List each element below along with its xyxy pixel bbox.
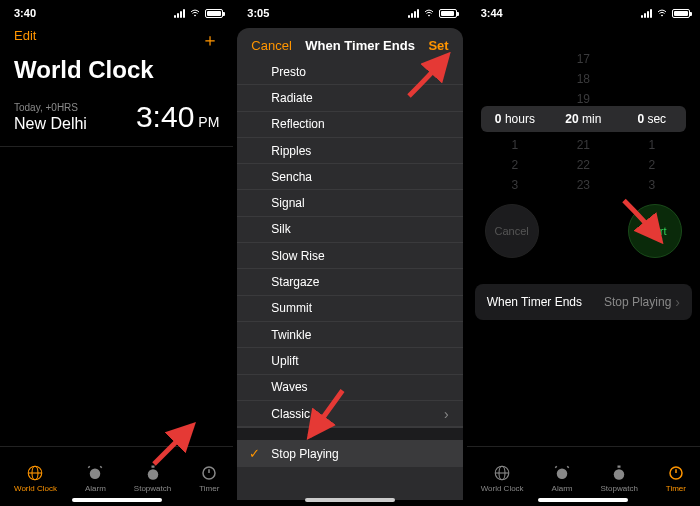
clock-time: 3:40PM [136, 100, 219, 134]
svg-point-4 [147, 469, 158, 480]
alarm-icon [86, 464, 104, 482]
globe-icon [26, 464, 44, 482]
sound-option[interactable]: Twinkle [237, 322, 462, 348]
screenshot-timer: 3:44 1 2 3 17 18 19 21 22 23 1 [467, 0, 700, 506]
sound-option[interactable]: Summit [237, 296, 462, 322]
tab-bar: World Clock Alarm Stopwatch Timer [0, 446, 233, 506]
ends-label: When Timer Ends [487, 295, 582, 309]
status-bar: 3:05 [233, 0, 466, 22]
svg-point-12 [614, 469, 625, 480]
tab-alarm[interactable]: Alarm [85, 464, 106, 493]
home-indicator[interactable] [305, 498, 395, 502]
status-right [408, 7, 457, 19]
status-right [641, 7, 690, 19]
sound-option[interactable]: Slow Rise [237, 243, 462, 269]
home-indicator[interactable] [72, 498, 162, 502]
signal-icon [174, 9, 185, 18]
svg-rect-5 [151, 466, 154, 468]
battery-icon [439, 9, 457, 18]
status-time: 3:44 [481, 7, 503, 19]
signal-icon [408, 9, 419, 18]
cancel-button[interactable]: Cancel [251, 38, 291, 53]
sound-option[interactable]: Radiate [237, 85, 462, 111]
tab-stopwatch[interactable]: Stopwatch [600, 464, 637, 493]
svg-point-3 [90, 469, 101, 480]
sound-option[interactable]: Waves [237, 375, 462, 401]
globe-icon [493, 464, 511, 482]
wifi-icon [423, 7, 435, 19]
sound-option[interactable]: Ripples [237, 138, 462, 164]
status-bar: 3:44 [467, 0, 700, 22]
sec-value: 0 sec [618, 112, 686, 126]
sound-option[interactable]: Sencha [237, 164, 462, 190]
world-clock-row[interactable]: Today, +0HRS New Delhi 3:40PM [0, 94, 233, 147]
add-clock-button[interactable]: ＋ [201, 28, 219, 52]
battery-icon [205, 9, 223, 18]
svg-point-0 [195, 15, 196, 16]
stopwatch-icon [144, 464, 162, 482]
tab-world-clock[interactable]: World Clock [481, 464, 524, 493]
min-value: 20 min [549, 112, 617, 126]
tab-world-clock[interactable]: World Clock [14, 464, 57, 493]
svg-point-11 [557, 469, 568, 480]
screenshot-timer-sound-picker: 3:05 Cancel When Timer Ends Set Presto R… [233, 0, 466, 506]
status-time: 3:40 [14, 7, 36, 19]
sound-option[interactable]: Signal [237, 190, 462, 216]
svg-point-8 [661, 15, 662, 16]
sound-option[interactable]: Stargaze [237, 269, 462, 295]
clock-city: New Delhi [14, 115, 87, 133]
signal-icon [641, 9, 652, 18]
sound-option[interactable]: Uplift [237, 348, 462, 374]
alarm-icon [553, 464, 571, 482]
sound-picker-sheet: Cancel When Timer Ends Set Presto Radiat… [237, 28, 462, 500]
sound-option[interactable]: Silk [237, 217, 462, 243]
timer-actions: Cancel Start [467, 182, 700, 280]
clock-meta: Today, +0HRS [14, 102, 87, 113]
duration-picker[interactable]: 1 2 3 17 18 19 21 22 23 1 2 3 0 hours 20… [481, 62, 686, 182]
screenshot-world-clock: 3:40 Edit ＋ World Clock Today, +0HRS New… [0, 0, 233, 506]
tab-stopwatch[interactable]: Stopwatch [134, 464, 171, 493]
timer-icon [200, 464, 218, 482]
sound-list[interactable]: Presto Radiate Reflection Ripples Sencha… [237, 59, 462, 500]
sound-option[interactable]: Presto [237, 59, 462, 85]
cancel-button[interactable]: Cancel [485, 204, 539, 258]
wifi-icon [656, 7, 668, 19]
list-divider [237, 427, 462, 441]
clock-info: Today, +0HRS New Delhi [14, 102, 87, 133]
tab-timer[interactable]: Timer [666, 464, 686, 493]
stopwatch-icon [610, 464, 628, 482]
wifi-icon [189, 7, 201, 19]
status-time: 3:05 [247, 7, 269, 19]
sound-option[interactable]: Reflection [237, 112, 462, 138]
sound-option-classic[interactable]: Classic [237, 401, 462, 427]
hours-value: 0 hours [481, 112, 549, 126]
status-bar: 3:40 [0, 0, 233, 22]
edit-button[interactable]: Edit [14, 28, 36, 52]
svg-point-7 [428, 15, 429, 16]
page-title: World Clock [0, 52, 233, 94]
start-button[interactable]: Start [628, 204, 682, 258]
stop-playing-option[interactable]: ✓ Stop Playing [237, 441, 462, 467]
svg-rect-13 [618, 466, 621, 468]
checkmark-icon: ✓ [249, 446, 260, 461]
tab-timer[interactable]: Timer [199, 464, 219, 493]
tab-alarm[interactable]: Alarm [552, 464, 573, 493]
timer-icon [667, 464, 685, 482]
set-button[interactable]: Set [428, 38, 448, 53]
status-right [174, 7, 223, 19]
sheet-title: When Timer Ends [305, 38, 415, 53]
battery-icon [672, 9, 690, 18]
nav-row: Edit ＋ [0, 22, 233, 52]
ends-value: Stop Playing [604, 294, 680, 310]
sheet-header: Cancel When Timer Ends Set [237, 28, 462, 59]
home-indicator[interactable] [538, 498, 628, 502]
picker-selection-bar: 0 hours 20 min 0 sec [481, 106, 686, 132]
when-timer-ends-row[interactable]: When Timer Ends Stop Playing [475, 284, 692, 320]
tab-bar: World Clock Alarm Stopwatch Timer [467, 446, 700, 506]
